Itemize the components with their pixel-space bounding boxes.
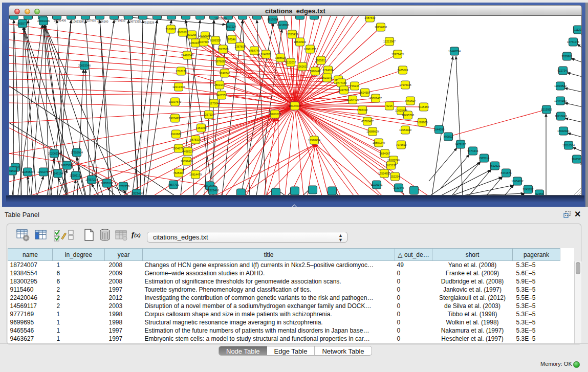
svg-text:20053346: 20053346 [78,64,91,67]
svg-text:9527505: 9527505 [218,48,229,51]
svg-text:17359924: 17359924 [71,151,83,154]
svg-text:12213303: 12213303 [172,85,185,89]
svg-text:7886322: 7886322 [357,108,368,112]
svg-text:11136141: 11136141 [371,183,382,186]
svg-text:97546: 97546 [228,38,236,41]
svg-text:19218506: 19218506 [277,24,289,27]
svg-text:1916682: 1916682 [171,133,182,136]
svg-text:12213967: 12213967 [383,40,396,43]
svg-text:16782759: 16782759 [117,185,129,188]
svg-text:21364436: 21364436 [346,98,359,101]
svg-text:1644095: 1644095 [434,128,445,131]
svg-text:9329961: 9329961 [562,55,573,58]
svg-text:9857791: 9857791 [168,183,179,186]
svg-text:18495798: 18495798 [402,114,414,117]
svg-text:24420046: 24420046 [181,54,193,57]
svg-text:8122037: 8122037 [286,61,296,64]
svg-text:7975692: 7975692 [396,143,407,146]
svg-text:12505135: 12505135 [70,174,82,177]
svg-text:12444159: 12444159 [554,99,567,102]
svg-text:93975867: 93975867 [61,164,73,167]
svg-text:1527602: 1527602 [85,19,96,22]
svg-text:1588520: 1588520 [275,56,286,59]
svg-text:20391406: 20391406 [54,19,66,22]
svg-text:10719155: 10719155 [113,19,125,22]
svg-text:12923466: 12923466 [207,189,219,192]
svg-text:2367608: 2367608 [235,45,246,48]
svg-text:16961758: 16961758 [304,48,316,51]
svg-text:6794024: 6794024 [323,69,334,72]
svg-text:15692921: 15692921 [557,129,570,133]
svg-text:18807249: 18807249 [373,141,385,144]
svg-text:6466160: 6466160 [98,20,108,23]
svg-text:1353359: 1353359 [196,126,207,129]
svg-text:5876685: 5876685 [215,60,226,63]
svg-text:1689985: 1689985 [417,121,428,124]
svg-text:3624554: 3624554 [360,91,371,94]
svg-text:7163822: 7163822 [166,28,177,31]
svg-text:8878334: 8878334 [190,138,201,141]
svg-text:11123: 11123 [574,28,581,31]
svg-text:7955812: 7955812 [316,59,326,62]
svg-text:9245652: 9245652 [523,188,534,191]
svg-text:12942757: 12942757 [37,170,50,173]
svg-text:7857224: 7857224 [226,25,236,28]
svg-text:17957225: 17957225 [85,178,98,181]
svg-text:11156829: 11156829 [21,170,33,173]
svg-text:1145194: 1145194 [53,172,63,175]
svg-text:19654923: 19654923 [399,128,411,132]
svg-text:117004: 117004 [209,102,219,105]
svg-text:10671355: 10671355 [128,20,141,23]
svg-text:15300273: 15300273 [269,113,281,116]
svg-text:10154808: 10154808 [375,26,387,29]
svg-text:3267110: 3267110 [204,113,214,116]
svg-text:9474444: 9474444 [468,149,478,152]
svg-text:19654930: 19654930 [169,117,181,120]
svg-text:10107570: 10107570 [169,100,181,103]
svg-text:7515526: 7515526 [144,21,155,24]
svg-text:7625402: 7625402 [173,171,184,174]
svg-text:10958107: 10958107 [101,182,113,185]
svg-text:15751074: 15751074 [567,40,579,43]
svg-text:10807487: 10807487 [369,97,382,100]
svg-text:12093822: 12093822 [554,84,567,87]
svg-text:16448794: 16448794 [448,50,461,53]
svg-text:8186328: 8186328 [210,39,221,42]
svg-text:10653287: 10653287 [72,20,84,23]
svg-text:2803144: 2803144 [214,83,225,86]
svg-text:6497505: 6497505 [339,89,350,92]
svg-text:16033809: 16033809 [214,17,227,20]
svg-text:9242848: 9242848 [220,72,230,75]
svg-text:8813094: 8813094 [268,18,278,21]
svg-text:7632621: 7632621 [490,164,500,167]
svg-text:1167533: 1167533 [572,158,581,161]
svg-text:891295: 891295 [187,33,197,36]
svg-text:12938454: 12938454 [308,139,320,142]
svg-text:17975115: 17975115 [399,83,411,86]
svg-text:9463627: 9463627 [405,99,416,102]
svg-text:893892: 893892 [444,135,453,138]
svg-text:746246: 746246 [350,84,359,87]
svg-text:8215953: 8215953 [541,108,552,111]
svg-text:9227341: 9227341 [558,69,569,72]
svg-text:252254: 252254 [390,175,400,178]
svg-text:23226058: 23226058 [199,34,211,37]
svg-text:12923466: 12923466 [130,192,143,195]
svg-text:1615132: 1615132 [386,164,397,167]
svg-text:10210643: 10210643 [555,115,567,118]
svg-text:8990448: 8990448 [310,70,321,73]
svg-text:14055714: 14055714 [16,22,29,25]
svg-text:1621072: 1621072 [322,76,333,79]
svg-text:2935114: 2935114 [479,157,490,160]
svg-text:17016504: 17016504 [562,144,575,147]
svg-text:16914479: 16914479 [189,173,202,176]
svg-text:2684067: 2684067 [380,152,390,155]
svg-text:2487642: 2487642 [365,16,376,19]
svg-text:8471676: 8471676 [501,171,512,174]
svg-text:10973403: 10973403 [391,53,404,56]
svg-text:9115460: 9115460 [419,105,429,108]
svg-text:10654112: 10654112 [511,180,524,183]
svg-text:1562615: 1562615 [297,65,308,68]
svg-text:1733446: 1733446 [394,186,404,189]
svg-text:20091406: 20091406 [37,19,50,23]
